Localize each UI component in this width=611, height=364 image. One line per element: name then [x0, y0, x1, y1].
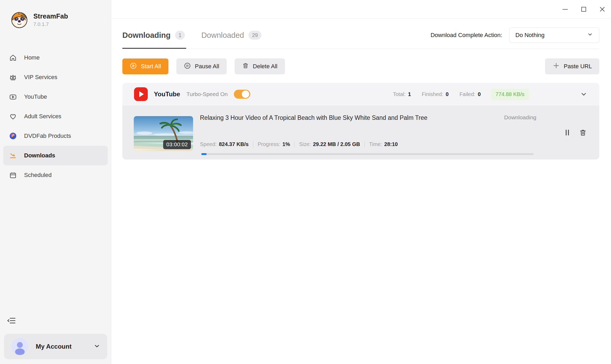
sidebar-item-adult-services[interactable]: Adult Services [3, 107, 108, 126]
app-logo-row: StreamFab 7.0.1.7 [11, 11, 68, 29]
active-tab-underline [122, 48, 186, 49]
stat-label: Total: [393, 91, 406, 97]
sidebar-item-label: Adult Services [24, 113, 61, 120]
download-item-row: 03:00:02 Relaxing 3 Hour Video of A Trop… [122, 106, 599, 160]
stat-value: 0 [478, 91, 481, 97]
duration-badge: 03:00:02 [163, 140, 191, 149]
sidebar-collapse-icon[interactable] [7, 317, 16, 324]
sidebar-item-label: Downloads [24, 152, 55, 159]
stat-value: 1% [282, 141, 290, 147]
youtube-brand-icon [134, 87, 148, 101]
tab-label: Downloaded [201, 31, 244, 40]
toolbar: Start All Pause All Delete All [122, 58, 599, 74]
heart-icon [9, 112, 17, 121]
app-title-block: StreamFab 7.0.1.7 [33, 12, 68, 27]
delete-item-icon[interactable] [579, 128, 587, 137]
stat-value: 1 [408, 91, 411, 97]
paste-url-button[interactable]: Paste URL [545, 58, 599, 74]
my-account-button[interactable]: My Account [4, 334, 107, 359]
stat-label: Time: [369, 141, 382, 147]
download-status: Downloading [504, 114, 536, 121]
sidebar-item-scheduled[interactable]: Scheduled [3, 165, 108, 185]
titlebar [112, 0, 611, 19]
youtube-play-icon [9, 93, 17, 101]
pause-item-icon[interactable] [563, 128, 572, 137]
tabs-row: Downloading 1 Downloaded 29 Download Com… [122, 28, 599, 43]
stat-finished: Finished: 0 [422, 91, 449, 97]
app-name: StreamFab [33, 12, 68, 20]
stat-value: 28:10 [384, 141, 398, 147]
tab-divider [122, 48, 599, 49]
download-title: Relaxing 3 Hour Video of A Tropical Beac… [200, 114, 462, 121]
stat-label: Failed: [460, 91, 475, 97]
sidebar-item-label: Home [24, 54, 40, 61]
pause-all-label: Pause All [195, 63, 219, 70]
my-account-label: My Account [36, 343, 72, 350]
tab-count-badge: 1 [175, 31, 185, 40]
stat-failed: Failed: 0 [460, 91, 481, 97]
group-header: YouTube Turbo-Speed On Total: 1 Finished… [122, 83, 599, 106]
group-stats: Total: 1 Finished: 0 Failed: 0 774.88 KB… [393, 89, 588, 100]
group-speed-badge: 774.88 KB/s [491, 89, 529, 100]
start-all-label: Start All [141, 63, 161, 70]
minimize-button[interactable] [562, 6, 569, 13]
paste-url-label: Paste URL [564, 63, 592, 70]
close-button[interactable] [599, 6, 606, 13]
collapse-group-chevron-icon[interactable] [580, 90, 588, 98]
sidebar-item-youtube[interactable]: YouTube [3, 87, 108, 107]
window-controls [562, 0, 606, 19]
delete-all-button[interactable]: Delete All [235, 58, 285, 74]
tab-label: Downloading [122, 31, 171, 40]
home-icon [9, 53, 17, 62]
dvdfab-logo-icon [9, 132, 17, 140]
stat-speed: Speed: 824.37 KB/s [200, 141, 249, 147]
turbo-speed-label: Turbo-Speed On [186, 91, 228, 97]
item-actions [563, 128, 587, 137]
streamfab-logo-icon [11, 11, 28, 29]
provider-name: YouTube [154, 90, 180, 98]
stat-label: Finished: [422, 91, 443, 97]
sidebar-item-label: VIP Services [24, 74, 57, 81]
maximize-button[interactable] [580, 6, 587, 13]
dropdown-value: Do Nothing [515, 32, 545, 39]
pause-circle-icon [184, 62, 191, 71]
complete-action-dropdown[interactable]: Do Nothing [509, 28, 599, 43]
calendar-icon [9, 171, 17, 179]
progress-bar [201, 153, 534, 155]
stat-label: Progress: [258, 141, 280, 147]
sidebar-item-vip-services[interactable]: VIP Services [3, 67, 108, 87]
download-arrow-icon [9, 151, 17, 160]
stat-label: Speed: [200, 141, 217, 147]
sidebar-item-dvdfab-products[interactable]: DVDFab Products [3, 126, 108, 146]
complete-action-label: Download Complete Action: [431, 32, 502, 39]
stat-value: 0 [446, 91, 449, 97]
content: Downloading 1 Downloaded 29 Download Com… [122, 19, 599, 364]
stat-value: 29.22 MB / 2.05 GB [313, 141, 360, 147]
plus-icon [552, 62, 560, 71]
sidebar-item-label: DVDFab Products [24, 133, 71, 139]
download-complete-action: Download Complete Action: Do Nothing [431, 28, 599, 43]
sidebar-nav: Home VIP Services YouTube Adult Services [0, 48, 111, 185]
stat-label: Size: [299, 141, 311, 147]
trash-icon [242, 62, 249, 71]
turbo-speed-toggle[interactable] [234, 90, 250, 99]
stat-progress: Progress: 1% [253, 141, 290, 147]
main-area: Downloading 1 Downloaded 29 Download Com… [112, 0, 611, 364]
crown-icon [9, 73, 17, 81]
sidebar-item-home[interactable]: Home [3, 48, 108, 67]
item-stats: Speed: 824.37 KB/s Progress: 1% Size: 29… [200, 141, 398, 147]
progress-fill [201, 153, 207, 155]
tab-count-badge: 29 [248, 31, 261, 40]
chevron-down-icon [93, 343, 100, 351]
sidebar-item-label: YouTube [24, 93, 47, 100]
avatar [11, 338, 28, 355]
tab-downloaded[interactable]: Downloaded 29 [201, 31, 261, 40]
stat-value: 824.37 KB/s [219, 141, 248, 147]
tab-downloading[interactable]: Downloading 1 [122, 31, 185, 40]
pause-all-button[interactable]: Pause All [176, 58, 227, 74]
sidebar-item-downloads[interactable]: Downloads [3, 146, 108, 165]
start-all-button[interactable]: Start All [122, 58, 168, 74]
toggle-knob [242, 90, 249, 98]
video-thumbnail: 03:00:02 [134, 116, 193, 151]
delete-all-label: Delete All [253, 63, 278, 70]
